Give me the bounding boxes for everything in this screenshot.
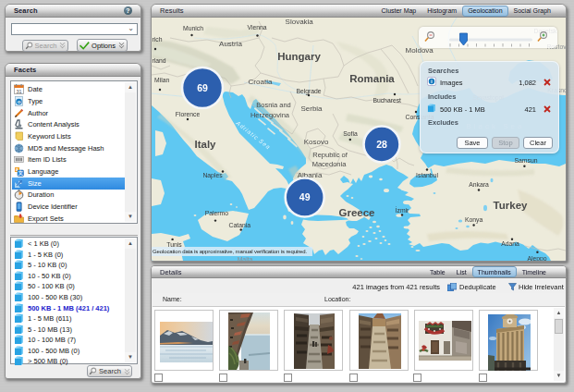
- svg-text:o: o: [18, 99, 21, 104]
- svg-text:Croatia: Croatia: [249, 78, 273, 86]
- svg-text:Greece: Greece: [338, 207, 374, 218]
- svg-text:rich: rich: [153, 36, 163, 43]
- svg-text:28: 28: [376, 139, 387, 150]
- svg-text:Munich: Munich: [183, 25, 203, 31]
- svg-text:Naples: Naples: [202, 172, 223, 179]
- svg-text:Romania: Romania: [349, 73, 395, 84]
- svg-text:Catania: Catania: [229, 222, 251, 228]
- svg-text:Milan: Milan: [154, 77, 169, 83]
- svg-text:Turkey: Turkey: [494, 200, 528, 211]
- svg-text:Sofia: Sofia: [343, 130, 358, 137]
- svg-text:Istanbul: Istanbul: [416, 172, 438, 178]
- svg-text:Bosnia and: Bosnia and: [256, 101, 291, 109]
- svg-text:Konya: Konya: [465, 216, 482, 224]
- svg-text:Aleppo: Aleppo: [527, 255, 546, 262]
- svg-text:Bucharest: Bucharest: [372, 97, 401, 104]
- svg-text:rland: rland: [153, 57, 166, 64]
- svg-text:Italy: Italy: [194, 139, 216, 150]
- svg-text:Belgrade: Belgrade: [296, 88, 321, 95]
- svg-text:Florence: Florence: [176, 111, 201, 117]
- svg-text:Kosovo: Kosovo: [304, 138, 329, 146]
- svg-text:Serbia: Serbia: [300, 104, 323, 113]
- svg-text:Macedonia: Macedonia: [312, 160, 348, 168]
- svg-text:31: 31: [16, 89, 21, 94]
- svg-text:İzmir: İzmir: [396, 206, 409, 214]
- svg-text:Republic of: Republic of: [312, 151, 348, 159]
- svg-text:Palermo: Palermo: [205, 210, 229, 216]
- svg-text:Herzegovina: Herzegovina: [250, 111, 290, 119]
- svg-text:69: 69: [197, 82, 208, 93]
- svg-text:Malta: Malta: [238, 256, 253, 262]
- svg-text:49: 49: [299, 191, 311, 202]
- svg-text:Samsun: Samsun: [515, 157, 538, 164]
- svg-text:Slovakia: Slovakia: [286, 18, 314, 26]
- svg-text:Vienna: Vienna: [247, 24, 266, 31]
- svg-text:Austria: Austria: [219, 40, 242, 48]
- svg-text:Adana: Adana: [501, 240, 519, 247]
- svg-text:文: 文: [17, 170, 23, 176]
- svg-text:Hungary: Hungary: [277, 51, 321, 62]
- svg-text:Ankara: Ankara: [469, 181, 489, 188]
